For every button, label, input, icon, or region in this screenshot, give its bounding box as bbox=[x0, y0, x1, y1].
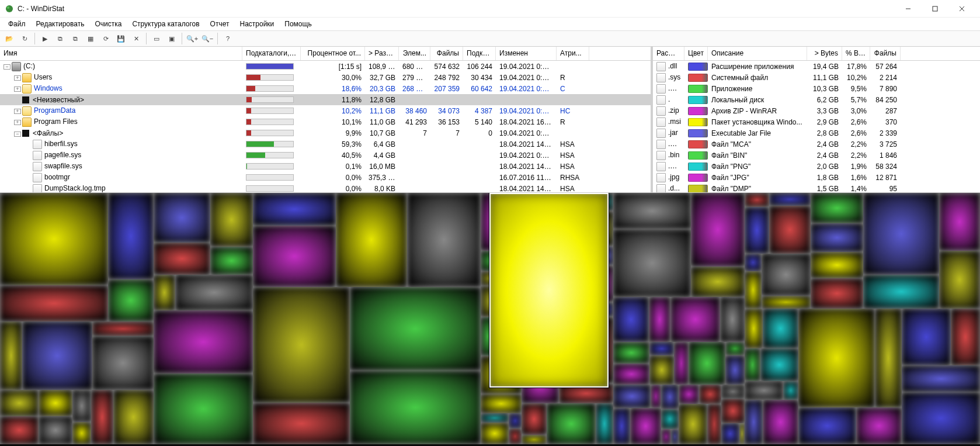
treemap-block[interactable] bbox=[745, 381, 783, 400]
ext-row[interactable]: .binФайл "BIN"2,4 GB2,2%1 846 bbox=[653, 150, 980, 161]
tree-col-0[interactable]: Имя bbox=[0, 47, 242, 60]
treemap-block[interactable] bbox=[811, 223, 863, 252]
treemap-block[interactable] bbox=[769, 193, 811, 206]
treemap-block[interactable] bbox=[481, 394, 522, 413]
treemap-block[interactable] bbox=[811, 278, 863, 309]
tree-col-5[interactable]: Файлы bbox=[430, 47, 463, 60]
treemap-block[interactable] bbox=[154, 310, 253, 374]
treemap-block[interactable] bbox=[630, 408, 661, 444]
treemap-block[interactable] bbox=[863, 275, 939, 309]
ext-row[interactable]: .sysСистемный файл11,1 GB10,2%2 214 bbox=[653, 72, 980, 83]
expander-icon[interactable]: + bbox=[14, 120, 21, 125]
treemap-block[interactable] bbox=[596, 403, 613, 444]
treemap-block[interactable] bbox=[649, 342, 674, 355]
treemap-block[interactable] bbox=[649, 355, 674, 385]
treemap-block[interactable] bbox=[721, 423, 739, 444]
ext-row[interactable]: .pngФайл "PNG"2,0 GB1,9%58 324 bbox=[653, 161, 980, 172]
treemap-block[interactable] bbox=[661, 385, 679, 409]
treemap-block[interactable] bbox=[92, 336, 154, 390]
play-icon[interactable]: ▶ bbox=[38, 32, 52, 46]
treemap-block[interactable] bbox=[811, 193, 863, 223]
treemap-block[interactable] bbox=[863, 193, 939, 275]
treemap-block[interactable] bbox=[745, 193, 769, 207]
ext-col-3[interactable]: > Bytes bbox=[807, 47, 842, 60]
treemap-block[interactable] bbox=[72, 390, 91, 422]
treemap-block[interactable] bbox=[760, 348, 798, 381]
treemap-block[interactable] bbox=[902, 309, 951, 365]
treemap-block[interactable] bbox=[875, 309, 902, 407]
help-icon[interactable]: ? bbox=[221, 32, 235, 46]
ext-row[interactable]: .Локальный диск6,2 GB5,7%84 250 bbox=[653, 94, 980, 105]
treemap-block[interactable] bbox=[0, 193, 108, 285]
copy-icon[interactable]: ⧉ bbox=[53, 32, 67, 46]
treemap-block[interactable] bbox=[939, 193, 980, 251]
treemap-block[interactable] bbox=[762, 296, 811, 309]
toggle-icon[interactable]: ▣ bbox=[165, 32, 179, 46]
copy2-icon[interactable]: ⧉ bbox=[68, 32, 82, 46]
treemap-block[interactable] bbox=[798, 407, 856, 444]
ext-row[interactable]: .jarExecutable Jar File2,8 GB2,6%2 339 bbox=[653, 127, 980, 139]
treemap-block[interactable] bbox=[763, 400, 798, 444]
tree-row[interactable]: <Неизвестный>11,8%12,8 GB bbox=[0, 94, 651, 105]
expander-icon[interactable]: + bbox=[14, 109, 21, 114]
treemap-block[interactable] bbox=[691, 193, 745, 267]
menu-3[interactable]: Структура каталогов bbox=[127, 19, 204, 29]
treemap-block[interactable] bbox=[113, 390, 154, 444]
treemap-block[interactable] bbox=[725, 355, 745, 385]
treemap-block[interactable] bbox=[253, 403, 350, 444]
treemap-block[interactable] bbox=[39, 390, 72, 416]
tree-row[interactable]: +Program Files10,1%11,0 GB41 29336 1535 … bbox=[0, 116, 651, 127]
treemap-block[interactable] bbox=[613, 385, 651, 408]
tree-col-1[interactable]: Подкаталоги, % bbox=[242, 47, 301, 60]
treemap-block[interactable] bbox=[651, 385, 661, 408]
treemap-block[interactable] bbox=[762, 254, 811, 296]
treemap-block[interactable] bbox=[0, 416, 39, 444]
tree-row[interactable]: +Users30,0%32,7 GB279 226248 79230 43419… bbox=[0, 72, 651, 83]
treemap-block[interactable] bbox=[721, 399, 745, 423]
treemap-block[interactable] bbox=[674, 342, 689, 385]
tree-row[interactable]: pagefile.sys40,5%4,4 GB19.04.2021 0:36:2… bbox=[0, 150, 651, 161]
treemap-block[interactable] bbox=[613, 342, 649, 364]
treemap-block[interactable] bbox=[811, 252, 863, 278]
treemap-block[interactable] bbox=[745, 271, 762, 309]
treemap-block[interactable] bbox=[108, 193, 154, 279]
expander-icon[interactable]: − bbox=[4, 64, 11, 70]
ext-col-5[interactable]: Файлы bbox=[870, 47, 901, 60]
treemap-block[interactable] bbox=[689, 342, 725, 385]
tree-col-7[interactable]: Изменен bbox=[496, 47, 557, 60]
treemap-block[interactable] bbox=[902, 365, 980, 392]
treemap-block[interactable] bbox=[509, 413, 522, 428]
ext-row[interactable]: .mcaФайл "MCA"2,4 GB2,2%3 725 bbox=[653, 139, 980, 150]
treemap-block[interactable] bbox=[547, 403, 596, 444]
open-icon[interactable]: 📂 bbox=[2, 32, 16, 46]
treemap-block[interactable] bbox=[108, 279, 154, 321]
treemap-block[interactable] bbox=[253, 193, 336, 226]
tree-col-2[interactable]: Процентное от... bbox=[301, 47, 365, 60]
treemap-block[interactable] bbox=[783, 381, 798, 400]
menu-0[interactable]: Файл bbox=[4, 19, 30, 29]
tree-row[interactable]: −(C:)[1:15 s]108,9 GB680 876574 632106 2… bbox=[0, 61, 651, 72]
treemap-block[interactable] bbox=[745, 207, 769, 254]
ext-row[interactable]: .zipАрхив ZIP - WinRAR3,3 GB3,0%287 bbox=[653, 105, 980, 116]
treemap-block[interactable] bbox=[0, 390, 39, 416]
treemap-block[interactable] bbox=[210, 247, 253, 275]
menu-1[interactable]: Редактировать bbox=[32, 19, 89, 29]
refresh-icon[interactable]: ↻ bbox=[18, 32, 32, 46]
treemap-block[interactable] bbox=[154, 374, 253, 444]
treemap-block[interactable] bbox=[613, 229, 691, 297]
treemap-block[interactable] bbox=[0, 321, 22, 390]
tree-row[interactable]: hiberfil.sys59,3%6,4 GB18.04.2021 14:56:… bbox=[0, 139, 651, 150]
treemap-block[interactable] bbox=[350, 287, 481, 371]
treemap-block[interactable] bbox=[481, 423, 509, 444]
tree-row[interactable]: +Windows18,6%20,3 GB268 001207 35960 642… bbox=[0, 83, 651, 94]
menu-6[interactable]: Помощь bbox=[280, 19, 316, 29]
treemap-block[interactable] bbox=[39, 416, 72, 444]
treemap-block[interactable] bbox=[699, 385, 721, 404]
delete-icon[interactable]: ✕ bbox=[129, 32, 143, 46]
treemap-block[interactable] bbox=[91, 390, 113, 444]
treemap-block[interactable] bbox=[481, 413, 509, 423]
save-icon[interactable]: 💾 bbox=[114, 32, 128, 46]
treemap-block[interactable] bbox=[407, 193, 481, 287]
treemap-block[interactable] bbox=[679, 404, 707, 444]
treemap-block[interactable] bbox=[154, 243, 210, 275]
